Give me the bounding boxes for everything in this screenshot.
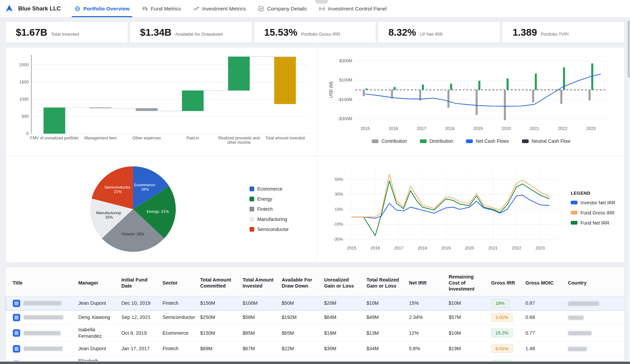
- tab-company-details[interactable]: Company Details: [252, 0, 313, 17]
- app-logo[interactable]: [0, 0, 18, 17]
- gross-moic-cell: 0.68: [522, 310, 565, 325]
- column-header-unrealized-gain-or-loss[interactable]: Unrealized Gain or Loss: [321, 267, 363, 296]
- column-header-initial-fund-date[interactable]: Initial Fund Date: [118, 267, 159, 296]
- realized-gain-cell: $34M: [363, 342, 406, 356]
- vertical-scrollbar[interactable]: [627, 18, 630, 362]
- country-cell: [565, 356, 615, 361]
- sector-pie-panel: Ecommerce:16%Energy: 21%Fintech: 26%Manu…: [6, 156, 317, 262]
- waterfall-bar: [228, 57, 250, 91]
- table-row[interactable]: Elizabeth JohnsonAug 5, 2018Manufacturin…: [6, 356, 625, 361]
- legend-item: Net Cash Flows: [466, 138, 509, 144]
- tab-portfolio-overview[interactable]: Portfolio Overview: [68, 0, 136, 17]
- irr-chart-panel: 20152016201720182019202020212022202350%3…: [317, 156, 624, 262]
- column-header-total-amount-invested[interactable]: Total Amount Invested: [239, 267, 278, 296]
- column-header-manager[interactable]: Manager: [75, 267, 118, 296]
- sector-cell: Fintech: [159, 342, 197, 356]
- tab-investment-metrics[interactable]: Investment Metrics: [187, 0, 252, 17]
- gross-irr-cell: 3.02%: [488, 310, 522, 325]
- column-header-country[interactable]: Country: [565, 267, 615, 296]
- net-irr-cell: 2.34%: [406, 310, 445, 325]
- legend-label: Net Cash Flows: [476, 138, 509, 144]
- column-header-gross-irr[interactable]: Gross IRR: [488, 267, 522, 296]
- column-header-net-irr[interactable]: Net IRR: [406, 267, 445, 296]
- legend-label: Neutral Cash Flow: [532, 138, 570, 144]
- x-tick-label: 2015: [347, 246, 357, 251]
- remaining-cost-cell: $10M: [445, 325, 488, 342]
- x-tick-label: 2018: [418, 246, 427, 251]
- irr-line-chart: 20152016201720182019202020212022202350%3…: [329, 165, 561, 253]
- contribution-bar: [589, 90, 591, 100]
- legend-swatch: [250, 197, 254, 201]
- y-tick-label: -$100M: [338, 97, 352, 102]
- net-irr-cell: 5.8%: [406, 342, 445, 356]
- x-tick-label: 2016: [389, 126, 398, 131]
- gross-irr-cell: 15.2%: [488, 325, 522, 342]
- trend-up-icon: [193, 6, 199, 12]
- scrollbar-thumb[interactable]: [628, 21, 630, 78]
- column-header-remaining-cost-of-investment[interactable]: Remaining Cost of Investment: [445, 267, 488, 296]
- portfolio-dashboard: Blue Shark LLC Portfolio Overview Fund M…: [0, 0, 630, 361]
- column-header-total-amount-committed[interactable]: Total Amount Committed: [197, 267, 239, 296]
- legend-swatch: [522, 139, 529, 143]
- legend-label: Semiconductor: [257, 227, 289, 232]
- waterfall-svg: 0500100015002000FMV of unrealized portfo…: [10, 52, 314, 151]
- column-header-available-for-draw-down[interactable]: Available For Draw Down: [278, 267, 321, 296]
- initial-fund-date-cell: Aug 5, 2018: [118, 356, 159, 361]
- manager-cell: Isabella Fernandez: [75, 325, 118, 342]
- column-header-title[interactable]: Title: [6, 267, 75, 296]
- spacer-cell: [615, 356, 625, 361]
- gross-moic-cell: 0.89: [522, 356, 565, 361]
- x-tick-label: 2021: [530, 126, 539, 131]
- legend-swatch: [571, 211, 577, 214]
- net-irr-cell: 12%: [406, 325, 445, 342]
- table-row[interactable]: Isabella FernandezOct 8, 2019Ecommerce$1…: [6, 325, 625, 342]
- waterfall-bar: [274, 57, 296, 104]
- x-category-label: Realized proceeds and: [218, 136, 260, 140]
- kpi-value: 8.32%: [388, 27, 416, 38]
- y-tick-label: -30%: [333, 237, 343, 242]
- net-irr-cell: 14.5%: [406, 356, 445, 361]
- globe-icon: [74, 6, 80, 12]
- x-category-label: Management fees: [84, 136, 117, 140]
- charts-panel: 0500100015002000FMV of unrealized portfo…: [5, 47, 625, 263]
- window-drag-handle[interactable]: [315, 0, 328, 4]
- kpi-value: $1.34B: [140, 27, 172, 38]
- waterfall-bar: [43, 107, 65, 134]
- table-header-row: TitleManagerInitial Fund DateSectorTotal…: [6, 267, 625, 296]
- realized-gain-cell: $10M: [363, 296, 406, 310]
- contribution-bar: [560, 90, 562, 104]
- legend-label: Distribution: [430, 138, 453, 144]
- available-drawdown-cell: $60M: [278, 356, 321, 361]
- x-tick-label: 2022: [512, 246, 521, 251]
- cashflow-chart-panel: $300M$100M-$100M-$300M201520162017201820…: [317, 47, 624, 156]
- kpi-label: Portfolio TVPI: [541, 32, 569, 37]
- column-header-sector[interactable]: Sector: [159, 267, 197, 296]
- tab-fund-metrics[interactable]: Fund Metrics: [136, 0, 187, 17]
- column-header-gross-moic[interactable]: Gross MOIC: [522, 267, 565, 296]
- realized-gain-cell: $13M: [363, 325, 406, 342]
- y-tick-label: 1500: [19, 80, 29, 85]
- spacer-cell: [615, 342, 625, 356]
- table-row[interactable]: Jean DupontDec 10, 2019Fintech$150M$100M…: [6, 296, 625, 310]
- contribution-bar: [532, 90, 534, 102]
- x-tick-label: 2019: [441, 246, 451, 251]
- kpi-label: LP Net IRR: [420, 32, 443, 37]
- total-invested-cell: $100M: [239, 296, 278, 310]
- table-row[interactable]: Jean DupontJan 17, 2017Fintech$89M$67M$2…: [6, 342, 625, 356]
- redacted-title: [24, 315, 63, 320]
- kpi-label: Available for Drawdown: [175, 32, 223, 37]
- total-committed-cell: $150M: [197, 296, 239, 310]
- y-tick-label: 1000: [19, 97, 29, 102]
- y-tick-label: 50%: [335, 177, 343, 182]
- redacted-country: [568, 347, 587, 351]
- net-irr-cell: 15%: [406, 296, 445, 310]
- column-header-total-realized-gain-or-loss[interactable]: Total Realized Gain or Loss: [363, 267, 406, 296]
- sector-pie-chart: Ecommerce:16%Energy: 21%Fintech: 26%Manu…: [45, 159, 221, 260]
- legend-label: Contribution: [382, 138, 407, 144]
- waterfall-chart-panel: 0500100015002000FMV of unrealized portfo…: [6, 47, 317, 156]
- table-row[interactable]: Deng XiawongSep 12, 2021Semiconductor$25…: [6, 310, 625, 325]
- total-committed-cell: $180M: [197, 356, 239, 361]
- legend-item: Ecommerce: [250, 186, 289, 192]
- horizontal-scrollbar[interactable]: [0, 362, 630, 364]
- legend-swatch: [250, 207, 254, 211]
